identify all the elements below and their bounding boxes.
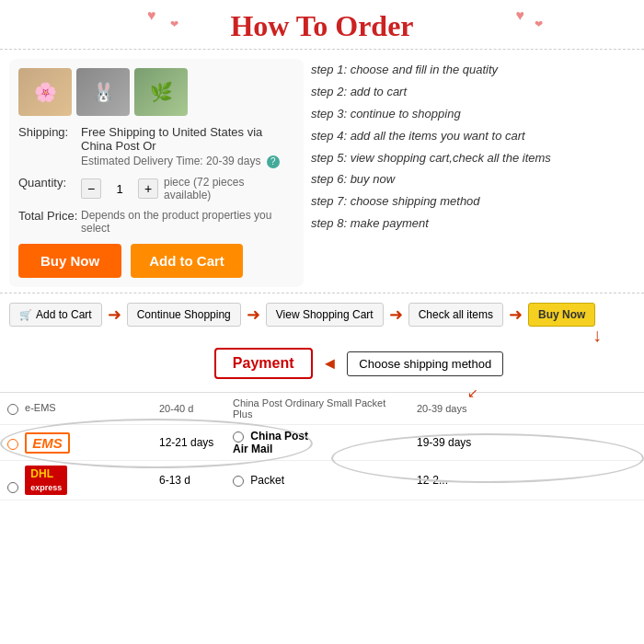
time-cell: 6-13 d <box>152 461 225 500</box>
step-3: step 3: continue to shopping <box>311 107 635 122</box>
shipping-section: ↙ e-EMS 20-40 d China Post Ordinary Smal… <box>0 392 644 500</box>
ems-logo: EMS <box>25 432 70 454</box>
choose-shipping-box[interactable]: Choose shipping method <box>347 351 503 376</box>
page-title: How To Order <box>230 9 413 43</box>
product-images: 🌸 🐰 🌿 <box>18 68 294 116</box>
heart-deco-4: ❤ <box>535 18 543 30</box>
flow-continue-shopping[interactable]: Continue Shopping <box>127 303 241 327</box>
carrier2-cell: China Post Ordinary Small Packet Plus <box>225 393 409 425</box>
time2-cell: 20-39 days <box>409 393 644 425</box>
payment-button[interactable]: Payment <box>214 348 313 379</box>
dhl-logo: DHLexpress <box>25 466 67 495</box>
china-post-airmail: China PostAir Mail <box>233 430 308 455</box>
arrow-down-container: ↓ <box>9 325 635 346</box>
heart-deco-3: ♥ <box>516 7 525 24</box>
time-cell: 20-40 d <box>152 393 225 425</box>
arrow-4: ➜ <box>509 305 523 325</box>
quantity-increase[interactable]: + <box>138 178 158 199</box>
carrier-cell: DHLexpress <box>0 461 152 500</box>
radio-selected <box>7 439 18 450</box>
flow-check-items[interactable]: Check all items <box>408 303 503 327</box>
table-row: EMS 12-21 days China PostAir Mail 19-39 … <box>0 425 644 461</box>
quantity-value: 1 <box>107 182 132 196</box>
product-image-2: 🐰 <box>76 68 130 116</box>
flow-continue-shopping-label: Continue Shopping <box>137 308 231 321</box>
flow-buy-now-label: Buy Now <box>538 308 585 321</box>
buy-now-button[interactable]: Buy Now <box>18 244 121 278</box>
step-6: step 6: buy now <box>311 172 635 188</box>
add-to-cart-button[interactable]: Add to Cart <box>131 244 243 278</box>
quantity-decrease[interactable]: − <box>81 178 101 199</box>
carrier-cell: EMS <box>0 425 152 461</box>
shipping-row: Shipping: Free Shipping to United States… <box>18 125 294 168</box>
product-image-1: 🌸 <box>18 68 72 116</box>
carrier-cell: e-EMS <box>0 393 152 425</box>
carrier2-cell: Packet <box>225 461 409 500</box>
flow-check-items-label: Check all items <box>419 308 493 321</box>
total-label: Total Price: <box>18 209 81 223</box>
product-image-3: 🌿 <box>134 68 188 116</box>
arrow-down-icon: ↓ <box>592 325 602 346</box>
flow-buy-now[interactable]: Buy Now <box>528 303 595 327</box>
heart-deco-1: ♥ <box>147 7 156 24</box>
product-panel: 🌸 🐰 🌿 Shipping: Free Shipping to United … <box>9 59 304 287</box>
quantity-stepper: − 1 + <box>81 178 158 199</box>
flow-row: Add to Cart ➜ Continue Shopping ➜ View S… <box>9 303 635 327</box>
carrier2-cell: China PostAir Mail <box>225 425 409 461</box>
shipping-table: e-EMS 20-40 d China Post Ordinary Small … <box>0 393 644 500</box>
total-value: Depends on the product properties you se… <box>81 209 294 235</box>
buy-buttons: Buy Now Add to Cart <box>18 244 294 278</box>
shipping-label: Shipping: <box>18 125 81 139</box>
arrow-3: ➜ <box>389 305 403 325</box>
table-row: DHLexpress 6-13 d Packet 12-2... <box>0 461 644 500</box>
flow-add-to-cart-label: Add to Cart <box>36 308 92 321</box>
radio-dot-3 <box>7 482 18 493</box>
help-icon[interactable]: ? <box>267 155 280 168</box>
step-8: step 8: make payment <box>311 216 635 232</box>
delivery-time: Estimated Delivery Time: 20-39 days ? <box>81 155 294 168</box>
heart-deco-2: ❤ <box>170 18 178 30</box>
carrier-name: e-EMS <box>25 402 56 413</box>
radio-dot-4 <box>233 476 244 487</box>
time2-cell: 12-2... <box>409 461 644 500</box>
arrow-1: ➜ <box>108 305 121 325</box>
title-area: ♥ ❤ How To Order ♥ ❤ <box>0 0 644 50</box>
payment-row: Payment ◄ Choose shipping method <box>83 348 635 379</box>
steps-panel: step 1: choose and fill in the quatityst… <box>311 59 635 287</box>
step-1: step 1: choose and fill in the quatity <box>311 63 635 78</box>
main-content: 🌸 🐰 🌿 Shipping: Free Shipping to United … <box>0 50 644 293</box>
flow-view-cart-label: View Shopping Cart <box>276 308 374 321</box>
quantity-note: piece (72 pieces available) <box>164 176 294 201</box>
quantity-label: Quantity: <box>18 176 81 190</box>
flow-view-cart[interactable]: View Shopping Cart <box>266 303 384 327</box>
radio-dot-2 <box>233 431 244 443</box>
flow-section: Add to Cart ➜ Continue Shopping ➜ View S… <box>0 293 644 386</box>
shipping-value: Free Shipping to United States via China… <box>81 125 294 153</box>
step-7: step 7: choose shipping method <box>311 194 635 210</box>
time2-cell: 19-39 days <box>409 425 644 461</box>
step-4: step 4: add all the items you want to ca… <box>311 129 635 144</box>
table-row: e-EMS 20-40 d China Post Ordinary Small … <box>0 393 644 425</box>
step-2: step 2: add to cart <box>311 85 635 100</box>
time-cell: 12-21 days <box>152 425 225 461</box>
radio-dot <box>7 404 18 415</box>
step-5: step 5: view shopping cart,check all the… <box>311 151 635 167</box>
total-row: Total Price: Depends on the product prop… <box>18 209 294 235</box>
flow-add-to-cart[interactable]: Add to Cart <box>9 303 102 327</box>
arrow-2: ➜ <box>247 305 260 325</box>
arrow-left-icon: ◄ <box>322 354 339 374</box>
quantity-row: Quantity: − 1 + piece (72 pieces availab… <box>18 176 294 201</box>
